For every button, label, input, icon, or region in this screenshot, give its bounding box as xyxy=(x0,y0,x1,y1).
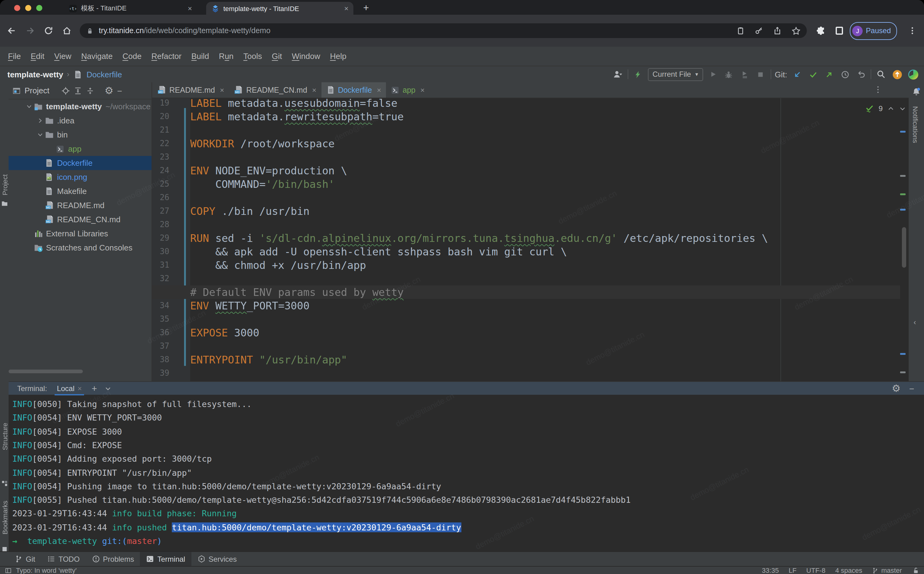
line-number[interactable]: 35 xyxy=(152,312,169,326)
menu-git[interactable]: Git xyxy=(267,50,287,63)
browser-tab[interactable]: template-wetty - TitanIDE× xyxy=(206,2,354,15)
close-tab-icon[interactable]: × xyxy=(420,86,424,94)
tree-item-readme-cn-md[interactable]: MDREADME_CN.md xyxy=(9,213,152,227)
code-line[interactable]: COMMAND='/bin/bash' xyxy=(190,177,335,191)
browser-tab[interactable]: ‹t›模板 - TitanIDE× xyxy=(64,2,197,15)
bookmark-star-icon[interactable] xyxy=(792,26,801,35)
tab-list-more-icon[interactable] xyxy=(874,85,882,94)
prev-problem-icon[interactable] xyxy=(887,105,894,112)
error-stripe-mark[interactable] xyxy=(900,131,905,132)
ide-logo-icon[interactable] xyxy=(907,68,919,80)
toolwindow-terminal-button[interactable]: Terminal xyxy=(140,552,192,566)
menu-code[interactable]: Code xyxy=(118,50,146,63)
hide-terminal-icon[interactable]: − xyxy=(909,383,914,393)
collapse-stripe-icon[interactable]: ‹ xyxy=(914,318,916,326)
line-number[interactable]: 38 xyxy=(152,353,169,366)
file-encoding[interactable]: UTF-8 xyxy=(806,567,825,574)
line-number[interactable]: 32 xyxy=(152,272,169,285)
line-number[interactable]: 37 xyxy=(152,339,169,353)
editor-tab-readme-md[interactable]: MDREADME.md× xyxy=(152,82,229,98)
address-bar[interactable]: try.titanide.cn/ide/web/coding/template-… xyxy=(80,23,807,38)
profile-chip[interactable]: J Paused xyxy=(850,22,897,39)
tree-item-icon-png[interactable]: icon.png xyxy=(9,170,152,184)
error-stripe-mark[interactable] xyxy=(900,175,905,177)
toolwindow-services-button[interactable]: Services xyxy=(192,552,243,566)
lock-open-icon[interactable] xyxy=(912,567,919,574)
home-icon[interactable] xyxy=(60,24,74,38)
close-tab-icon[interactable]: × xyxy=(188,4,192,13)
menu-navigate[interactable]: Navigate xyxy=(76,50,118,63)
editor-tab-readme-cn-md[interactable]: MDREADME_CN.md× xyxy=(229,82,322,98)
next-problem-icon[interactable] xyxy=(899,105,906,112)
editor-scrollbar[interactable] xyxy=(902,227,906,268)
back-icon[interactable] xyxy=(5,24,19,38)
editor-tab-dockerfile[interactable]: Dockerfile× xyxy=(321,82,386,98)
share-icon[interactable] xyxy=(773,27,782,35)
line-number[interactable]: 26 xyxy=(152,191,169,204)
close-tab-icon[interactable]: × xyxy=(220,86,224,94)
menu-run[interactable]: Run xyxy=(214,50,239,63)
inspections-widget[interactable]: 9 xyxy=(865,104,906,113)
layout-icon[interactable] xyxy=(5,567,12,574)
run-configuration-select[interactable]: Current File▾ xyxy=(647,68,703,81)
tree-item-external-libraries[interactable]: External Libraries xyxy=(9,227,152,241)
line-number[interactable]: 20 xyxy=(152,110,169,123)
line-number[interactable]: 25 xyxy=(152,177,169,191)
error-stripe-mark[interactable] xyxy=(900,371,905,373)
stripe-structure-button[interactable]: Structure xyxy=(1,423,9,450)
user-dropdown-icon[interactable] xyxy=(611,68,624,80)
stop-icon[interactable] xyxy=(755,68,767,80)
line-number[interactable]: 34 xyxy=(152,299,169,312)
indent-style[interactable]: 4 spaces xyxy=(835,567,862,574)
forward-icon[interactable] xyxy=(23,24,37,38)
tree-item-scratches-and-consoles[interactable]: Scratches and Consoles xyxy=(9,241,152,255)
code-line[interactable]: LABEL metadata.rewritesubpath=true xyxy=(190,110,404,123)
tree-item--idea[interactable]: .idea xyxy=(9,114,152,128)
tree-item-dockerfile[interactable]: Dockerfile xyxy=(9,156,152,170)
code-editor[interactable]: 1920212223242526272829303132333435363738… xyxy=(152,98,909,381)
line-number[interactable]: 39 xyxy=(152,366,169,380)
close-tab-icon[interactable]: × xyxy=(312,86,316,94)
line-number[interactable]: 22 xyxy=(152,137,169,150)
stripe-project-button[interactable]: Project xyxy=(1,174,9,196)
new-tab-button[interactable]: + xyxy=(363,2,369,14)
reload-icon[interactable] xyxy=(42,24,55,38)
git-commit-check-icon[interactable] xyxy=(807,68,819,80)
close-tab-icon[interactable]: × xyxy=(377,86,381,94)
menu-build[interactable]: Build xyxy=(187,50,214,63)
status-message[interactable]: Typo: In word 'wetty' xyxy=(16,567,77,574)
line-number[interactable]: 19 xyxy=(152,98,169,110)
menu-refactor[interactable]: Refactor xyxy=(146,50,186,63)
code-line[interactable]: ENV WETTY_PORT=3000 xyxy=(190,299,310,312)
terminal-tool-window[interactable]: Terminal: Local× + ⚙ − INFO[0050] Taking… xyxy=(9,381,924,551)
close-tab-icon[interactable]: × xyxy=(344,4,349,13)
toolwindow-git-button[interactable]: Git xyxy=(9,552,41,566)
editor-tab-app[interactable]: app× xyxy=(386,82,430,98)
toolwindow-todo-button[interactable]: TODO xyxy=(41,552,86,566)
run-coverage-icon[interactable] xyxy=(739,68,751,80)
line-number[interactable]: 28 xyxy=(152,218,169,232)
extensions-puzzle-icon[interactable] xyxy=(814,24,828,38)
window-minimize-button[interactable] xyxy=(25,5,31,11)
tree-item-template-wetty[interactable]: template-wetty~/workspace xyxy=(9,99,152,114)
caret-position[interactable]: 33:35 xyxy=(762,567,779,574)
notifications-bell-icon[interactable] xyxy=(912,87,921,96)
run-icon[interactable] xyxy=(707,68,719,80)
line-number[interactable]: 23 xyxy=(152,150,169,164)
breadcrumb-project[interactable]: template-wetty xyxy=(7,70,63,79)
toolwindow-problems-button[interactable]: Problems xyxy=(86,552,140,566)
terminal-tab-local[interactable]: Local× xyxy=(53,382,85,395)
git-update-icon[interactable] xyxy=(791,68,803,80)
structure-icon[interactable] xyxy=(1,480,8,487)
menu-view[interactable]: View xyxy=(49,50,76,63)
key-icon[interactable] xyxy=(755,27,764,35)
tree-expand-icon[interactable] xyxy=(36,116,44,125)
line-number[interactable]: 21 xyxy=(152,123,169,137)
stripe-notifications-button[interactable]: Notifications xyxy=(912,106,919,143)
hide-panel-icon[interactable]: − xyxy=(117,86,122,95)
new-terminal-session-icon[interactable]: + xyxy=(92,383,97,394)
tree-item-app[interactable]: app xyxy=(9,142,152,156)
code-line[interactable]: ENV NODE_ENV=production \ xyxy=(190,164,347,177)
history-clock-icon[interactable] xyxy=(839,68,851,80)
terminal-dropdown-icon[interactable] xyxy=(104,385,112,392)
